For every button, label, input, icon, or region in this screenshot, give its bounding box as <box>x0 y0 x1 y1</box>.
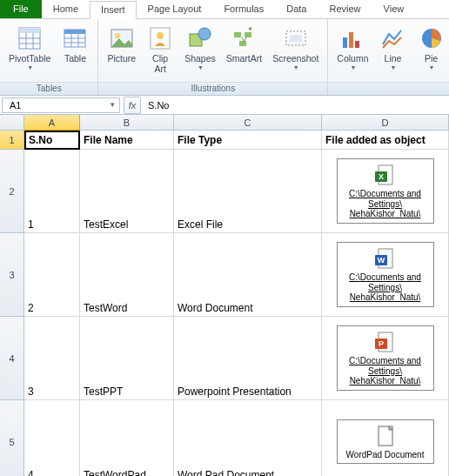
object-path-label: WordPad Document <box>346 450 425 460</box>
clipart-label: Clip Art <box>152 54 168 74</box>
screenshot-icon <box>282 24 310 52</box>
cell-C1[interactable]: File Type <box>174 131 322 150</box>
embedded-object-ppt[interactable]: PC:\Documents and Settings\NehaKishor_Na… <box>337 325 434 391</box>
cell-A2[interactable]: 1 <box>24 150 80 233</box>
svg-rect-7 <box>64 30 85 34</box>
group-tables-label: Tables <box>0 82 97 95</box>
cell-A4[interactable]: 3 <box>24 317 80 400</box>
ribbon: PivotTable▼ Table Tables Picture <box>0 19 449 96</box>
cell-B5[interactable]: TestWordPad <box>80 400 174 476</box>
svg-point-13 <box>115 33 120 38</box>
row-header-1[interactable]: 1 <box>0 131 24 150</box>
object-path-label: C:\Documents and Settings\NehaKishor_Nat… <box>339 272 432 303</box>
cell-A5[interactable]: 4 <box>24 400 80 476</box>
cell-C5[interactable]: Word Pad Document <box>174 400 322 476</box>
cell-D2[interactable]: XC:\Documents and Settings\NehaKishor_Na… <box>322 150 449 233</box>
worksheet: ABCD1S.NoFile NameFile TypeFile added as… <box>0 115 449 476</box>
tab-file[interactable]: File <box>0 0 42 18</box>
line-chart-button[interactable]: Line▼ <box>374 23 412 72</box>
cell-C2[interactable]: Excel File <box>174 150 322 233</box>
tab-insert[interactable]: Insert <box>90 1 137 19</box>
cell-A3[interactable]: 2 <box>24 233 80 317</box>
group-illustrations-label: Illustrations <box>98 82 327 95</box>
column-chart-button[interactable]: Column▼ <box>332 23 373 72</box>
select-all-corner[interactable] <box>0 115 24 131</box>
cell-A1[interactable]: S.No <box>24 131 80 150</box>
embedded-object-word[interactable]: WC:\Documents and Settings\NehaKishor_Na… <box>337 242 434 307</box>
smartart-button[interactable]: SmartArt <box>221 23 267 66</box>
picture-icon <box>108 24 136 52</box>
object-path-label: C:\Documents and Settings\NehaKishor_Nat… <box>339 189 432 219</box>
ppt-file-icon: P <box>373 330 398 354</box>
cell-C4[interactable]: Powerpoint Presentation <box>174 317 322 400</box>
fx-button[interactable]: fx <box>124 97 141 114</box>
embedded-object-excel[interactable]: XC:\Documents and Settings\NehaKishor_Na… <box>337 158 434 224</box>
tab-formulas[interactable]: Formulas <box>212 0 275 18</box>
shapes-button[interactable]: Shapes▼ <box>179 23 221 72</box>
cell-B3[interactable]: TestWord <box>80 233 174 317</box>
picture-button[interactable]: Picture <box>102 23 141 66</box>
group-illustrations: Picture Clip Art Shapes▼ SmartArt <box>98 19 328 95</box>
shapes-label: Shapes <box>184 54 216 64</box>
row-header-3[interactable]: 3 <box>0 233 24 317</box>
col-header-C[interactable]: C <box>174 115 322 131</box>
svg-text:P: P <box>378 339 383 348</box>
dropdown-icon: ▼ <box>350 64 356 70</box>
svg-rect-20 <box>239 41 246 46</box>
tab-view[interactable]: View <box>372 0 416 18</box>
svg-rect-25 <box>355 41 359 48</box>
tab-pagelayout[interactable]: Page Layout <box>137 0 213 18</box>
dropdown-icon: ▼ <box>429 64 435 70</box>
clipart-icon <box>146 24 174 52</box>
screenshot-label: Screenshot <box>272 54 318 64</box>
pivottable-button[interactable]: PivotTable▼ <box>3 23 56 72</box>
pivottable-icon <box>16 24 44 52</box>
svg-rect-22 <box>290 35 302 42</box>
wordpad-file-icon <box>373 424 398 448</box>
svg-rect-19 <box>245 32 251 37</box>
col-header-D[interactable]: D <box>322 115 449 131</box>
cell-B4[interactable]: TestPPT <box>80 317 174 400</box>
clipart-button[interactable]: Clip Art <box>141 23 179 76</box>
cell-D4[interactable]: PC:\Documents and Settings\NehaKishor_Na… <box>322 317 449 400</box>
svg-text:X: X <box>378 172 383 181</box>
pie-chart-icon <box>418 24 446 52</box>
tab-review[interactable]: Review <box>318 0 372 18</box>
row-header-5[interactable]: 5 <box>0 400 24 476</box>
table-button[interactable]: Table <box>56 23 94 66</box>
tab-data[interactable]: Data <box>275 0 318 18</box>
group-charts: Column▼ Line▼ Pie▼ Ba Char <box>328 19 449 95</box>
line-label: Line <box>385 54 402 64</box>
tab-home[interactable]: Home <box>42 0 90 18</box>
pie-chart-button[interactable]: Pie▼ <box>412 23 450 72</box>
object-path-label: C:\Documents and Settings\NehaKishor_Nat… <box>339 356 432 386</box>
cell-B2[interactable]: TestExcel <box>80 150 174 233</box>
group-charts-label: Char <box>328 82 449 95</box>
cell-D1[interactable]: File added as object <box>322 131 449 150</box>
col-header-A[interactable]: A <box>24 115 80 131</box>
line-chart-icon <box>379 24 407 52</box>
cell-D5[interactable]: WordPad Document <box>322 400 449 476</box>
svg-point-15 <box>157 32 164 39</box>
col-header-B[interactable]: B <box>80 115 174 131</box>
cell-B1[interactable]: File Name <box>80 131 174 150</box>
svg-rect-1 <box>19 28 40 33</box>
svg-rect-18 <box>234 32 241 37</box>
embedded-object-wordpad[interactable]: WordPad Document <box>337 419 434 465</box>
word-file-icon: W <box>373 246 398 271</box>
row-header-2[interactable]: 2 <box>0 150 24 233</box>
group-tables: PivotTable▼ Table Tables <box>0 19 98 95</box>
screenshot-button[interactable]: Screenshot▼ <box>267 23 324 72</box>
table-icon <box>61 24 89 52</box>
cell-D3[interactable]: WC:\Documents and Settings\NehaKishor_Na… <box>322 233 449 317</box>
svg-rect-24 <box>349 32 353 48</box>
name-box[interactable]: A1 <box>2 97 120 113</box>
table-label: Table <box>64 54 86 64</box>
svg-text:W: W <box>377 256 385 265</box>
svg-rect-23 <box>343 37 347 48</box>
formula-input[interactable]: S.No <box>143 98 449 112</box>
row-header-4[interactable]: 4 <box>0 317 24 400</box>
pivottable-label: PivotTable <box>9 54 50 64</box>
cell-C3[interactable]: Word Document <box>174 233 322 317</box>
svg-point-17 <box>198 28 211 40</box>
